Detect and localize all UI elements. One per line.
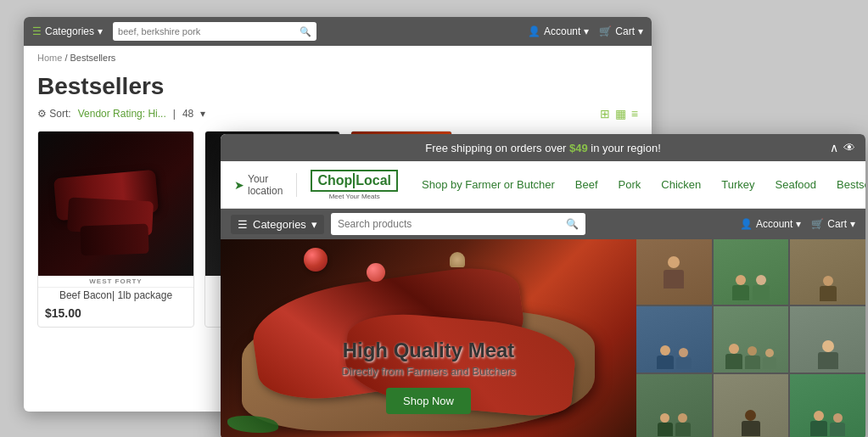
cart-label: Cart bbox=[615, 25, 635, 37]
logo-tagline: Meet Your Meats bbox=[329, 193, 380, 200]
menu-item-shop-farmer-butcher[interactable]: Shop by Farmer or Butcher bbox=[412, 178, 565, 191]
per-page-chevron-icon: ▾ bbox=[200, 108, 205, 120]
menu-item-pork[interactable]: Pork bbox=[608, 178, 652, 191]
account-chevron-icon: ▾ bbox=[584, 25, 589, 37]
hero-text: High Quality Meat Directly from Farmers … bbox=[341, 339, 515, 414]
sort-option[interactable]: Vendor Rating: Hi... bbox=[78, 108, 166, 120]
farmer-cell-4 bbox=[636, 306, 712, 372]
cart-chevron-icon: ▾ bbox=[638, 25, 643, 37]
categories-dropdown-chevron-icon: ▾ bbox=[311, 218, 317, 231]
shop-now-button[interactable]: Shop Now bbox=[386, 388, 471, 414]
second-search-input[interactable] bbox=[338, 218, 561, 230]
menu-item-turkey[interactable]: Turkey bbox=[711, 178, 764, 191]
hero-subtitle: Directly from Farmers and Butchers bbox=[341, 365, 515, 378]
logo-divider bbox=[353, 173, 355, 188]
account-icon: 👤 bbox=[528, 25, 540, 37]
list-view-icon[interactable]: ▦ bbox=[615, 107, 626, 120]
second-search-bar[interactable]: 🔍 bbox=[331, 213, 585, 235]
back-topbar: ☰ Categories ▾ 🔍 👤 Account ▾ 🛒 Cart ▾ bbox=[24, 17, 652, 46]
farmers-grid bbox=[636, 239, 865, 437]
sort-bar: ⚙ Sort: Vendor Rating: Hi... | 48 ▾ ⊞ ▦ … bbox=[24, 107, 652, 131]
scroll-up-icon[interactable]: ∧ bbox=[830, 141, 838, 154]
search-icon: 🔍 bbox=[566, 218, 579, 230]
location-selector[interactable]: ➤ Your location bbox=[234, 173, 297, 197]
shipping-amount: $49 bbox=[569, 142, 588, 154]
farmer-cell-8 bbox=[714, 374, 789, 437]
second-navbar: ☰ Categories ▾ 🔍 👤 Account ▾ 🛒 Cart ▾ bbox=[221, 209, 865, 239]
account-button[interactable]: 👤 Account ▾ bbox=[528, 25, 589, 37]
categories-chevron-icon: ▾ bbox=[98, 25, 103, 37]
page-title: Bestsellers bbox=[24, 70, 652, 107]
second-cart-button[interactable]: 🛒 Cart ▾ bbox=[811, 218, 855, 230]
compact-view-icon[interactable]: ≡ bbox=[631, 107, 638, 120]
categories-dropdown-button[interactable]: ☰ Categories ▾ bbox=[231, 215, 324, 234]
account-icon: 👤 bbox=[740, 218, 753, 230]
main-navigation: Shop by Farmer or Butcher Beef Pork Chic… bbox=[412, 178, 865, 191]
second-navbar-right: 👤 Account ▾ 🛒 Cart ▾ bbox=[740, 218, 855, 230]
menu-item-chicken[interactable]: Chicken bbox=[651, 178, 711, 191]
account-chevron-icon: ▾ bbox=[796, 218, 801, 230]
sort-separator: | bbox=[173, 108, 176, 120]
vendor-logo: WEST FORTY bbox=[38, 276, 193, 288]
banner-controls[interactable]: ∧ 👁 bbox=[830, 141, 855, 154]
front-window: Free shipping on orders over $49 in your… bbox=[221, 134, 865, 437]
farmer-cell-2 bbox=[714, 239, 789, 305]
categories-label: Categories bbox=[45, 25, 94, 37]
logo-box: Chop Local bbox=[311, 170, 398, 192]
farmer-cell-3 bbox=[790, 239, 865, 305]
cart-button[interactable]: 🛒 Cart ▾ bbox=[599, 25, 643, 37]
hero-title: High Quality Meat bbox=[341, 339, 515, 362]
farmer-cell-9 bbox=[790, 374, 865, 437]
breadcrumb-home[interactable]: Home bbox=[37, 53, 62, 63]
categories-menu[interactable]: ☰ Categories ▾ bbox=[32, 25, 103, 37]
product-image bbox=[38, 132, 193, 276]
per-page-value: 48 bbox=[182, 108, 193, 120]
back-topbar-right: 👤 Account ▾ 🛒 Cart ▾ bbox=[528, 25, 643, 37]
cart-icon: 🛒 bbox=[811, 218, 824, 230]
farmer-cell-1 bbox=[636, 239, 712, 305]
second-account-label: Account bbox=[756, 218, 792, 230]
logo-local-text: Local bbox=[356, 173, 391, 188]
hero-text-container: High Quality Meat Directly from Farmers … bbox=[221, 239, 636, 437]
second-cart-label: Cart bbox=[827, 218, 847, 230]
menu-item-seafood[interactable]: Seafood bbox=[765, 178, 826, 191]
breadcrumb: Home / Bestsellers bbox=[24, 46, 652, 70]
hamburger-icon: ☰ bbox=[238, 218, 248, 231]
location-pin-icon: ➤ bbox=[234, 178, 244, 192]
cart-icon: 🛒 bbox=[599, 25, 612, 37]
menu-item-bestsellers[interactable]: Bestsellers bbox=[826, 178, 865, 191]
hero-section: High Quality Meat Directly from Farmers … bbox=[221, 239, 865, 437]
farmer-cell-7 bbox=[636, 374, 712, 437]
product-name: Beef Bacon| 1lb package bbox=[38, 288, 193, 303]
hamburger-icon: ☰ bbox=[32, 25, 42, 37]
view-toggle: ⊞ ▦ ≡ bbox=[600, 107, 638, 120]
categories-dropdown-label: Categories bbox=[253, 218, 306, 231]
product-price: $15.00 bbox=[38, 303, 193, 327]
farmer-cell-6 bbox=[790, 306, 865, 372]
logo-chop-text: Chop bbox=[317, 173, 352, 188]
farmer-cell-5 bbox=[714, 306, 789, 372]
shipping-banner-text: Free shipping on orders over $49 in your… bbox=[425, 142, 661, 154]
second-account-button[interactable]: 👤 Account ▾ bbox=[740, 218, 801, 230]
shipping-banner: Free shipping on orders over $49 in your… bbox=[221, 134, 865, 161]
back-search-input[interactable] bbox=[118, 26, 300, 36]
choplocal-nav: ➤ Your location Chop Local Meet Your Mea… bbox=[221, 161, 865, 209]
search-icon: 🔍 bbox=[300, 26, 311, 37]
back-search-bar[interactable]: 🔍 bbox=[113, 22, 316, 41]
account-label: Account bbox=[544, 25, 580, 37]
sort-label: ⚙ Sort: bbox=[37, 108, 71, 120]
menu-item-beef[interactable]: Beef bbox=[565, 178, 608, 191]
cart-chevron-icon: ▾ bbox=[850, 218, 855, 230]
eye-icon[interactable]: 👁 bbox=[843, 141, 855, 154]
breadcrumb-current: Bestsellers bbox=[70, 53, 116, 63]
choplocal-logo[interactable]: Chop Local Meet Your Meats bbox=[311, 170, 398, 200]
grid-view-icon[interactable]: ⊞ bbox=[600, 107, 610, 120]
location-label: Your location bbox=[248, 173, 283, 197]
product-card[interactable]: WEST FORTY Beef Bacon| 1lb package $15.0… bbox=[37, 131, 194, 328]
